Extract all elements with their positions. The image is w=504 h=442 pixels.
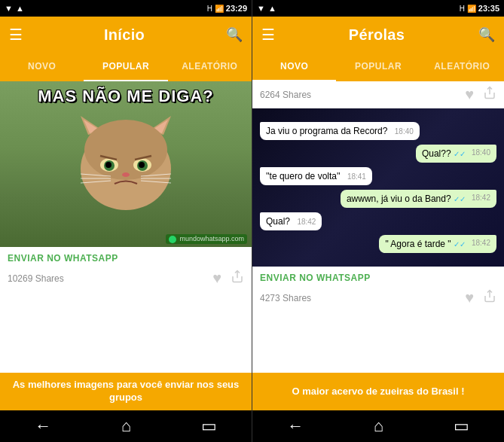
right-wifi-icon-top: ▲	[268, 4, 276, 13]
right-top-share-icon[interactable]	[483, 86, 496, 103]
tab-aleatorio-right[interactable]: ALEATÓRIO	[420, 53, 504, 81]
left-footer-actions: ♥	[212, 270, 244, 287]
left-content: MAS NÃO ME DIGA?	[0, 81, 252, 373]
right-home-nav-icon[interactable]: ⌂	[374, 416, 383, 436]
chat-bubble-sent-4: awwwn, já viu o da Band? 18:42 ✓✓	[341, 190, 496, 208]
left-time: 23:29	[226, 4, 247, 13]
msg-time-3: 18:41	[347, 172, 366, 181]
left-heart-icon[interactable]: ♥	[212, 270, 221, 287]
right-search-icon[interactable]: 🔍	[478, 26, 495, 43]
right-recent-nav-icon[interactable]: ▭	[454, 416, 469, 436]
left-banner-text: As melhores imagens para você enviar nos…	[8, 379, 244, 404]
send-whatsapp-button-left[interactable]: ENVIAR NO WHATSAPP	[0, 247, 252, 267]
meme-watermark: mundowhatsapp.com	[166, 234, 247, 244]
msg-row-6: " Agora é tarde " 18:42 ✓✓	[260, 235, 496, 253]
right-signal-icon: H	[460, 5, 465, 13]
right-app-header: ☰ Pérolas 🔍	[252, 17, 504, 53]
right-banner-text: O maior acervo de zueiras do Brasil !	[292, 386, 464, 398]
msg-text-4: awwwn, já viu o da Band?	[347, 194, 451, 204]
recent-nav-icon[interactable]: ▭	[201, 416, 217, 436]
left-status-right: H 📶 23:29	[207, 4, 247, 13]
right-app-title: Pérolas	[349, 26, 405, 44]
android-icon: ▼	[5, 4, 13, 13]
msg-text-5: Qual?	[266, 216, 290, 227]
svg-point-14	[122, 172, 130, 177]
network-icon: 📶	[215, 5, 224, 13]
right-top-actions: ♥	[465, 86, 496, 103]
cat-image	[66, 108, 186, 214]
left-shares-count: 10269 Shares	[8, 273, 64, 284]
right-time: 23:35	[478, 4, 499, 13]
chat-bubble-sent-2: Qual?? 18:40 ✓✓	[416, 145, 496, 163]
left-nav-bar: ← ⌂ ▭	[0, 410, 252, 442]
msg-time-4: 18:42	[472, 194, 490, 202]
msg-time-5: 18:42	[297, 218, 316, 226]
msg-time-2: 18:40	[472, 148, 490, 157]
right-phone-panel: ▼ ▲ H 📶 23:35 ☰ Pérolas 🔍 NOVO POPULAR A…	[252, 0, 504, 442]
right-bottom-shares: 4273 Shares	[260, 293, 311, 303]
meme-image-container: MAS NÃO ME DIGA?	[0, 81, 252, 247]
right-status-left: ▼ ▲	[257, 4, 276, 13]
right-bottom-heart-icon[interactable]: ♥	[465, 289, 474, 306]
right-bottom-banner: O maior acervo de zueiras do Brasil !	[252, 373, 504, 410]
chat-bubble-received-5: Qual? 18:42	[260, 212, 322, 230]
chat-bubble-received-1: Ja viu o programa da Record? 18:40	[260, 122, 420, 140]
msg-time-6: 18:42	[472, 239, 490, 247]
msg-check-6: ✓✓	[454, 240, 466, 248]
right-status-bar: ▼ ▲ H 📶 23:35	[252, 0, 504, 17]
right-tabs-bar: NOVO POPULAR ALEATÓRIO	[252, 53, 504, 81]
tab-aleatorio-left[interactable]: ALEATÓRIO	[168, 53, 252, 81]
right-status-right: H 📶 23:35	[460, 4, 499, 13]
chat-bubble-received-3: ''te quero de volta'' 18:41	[260, 167, 372, 185]
left-app-title: Início	[104, 26, 145, 44]
right-content: 6264 Shares ♥ Ja viu o programa da Recor…	[252, 81, 504, 373]
cat-svg	[66, 112, 186, 210]
right-back-nav-icon[interactable]: ←	[287, 416, 304, 436]
left-search-icon[interactable]: 🔍	[226, 26, 243, 43]
left-share-icon[interactable]	[231, 270, 244, 287]
back-nav-icon[interactable]: ←	[35, 416, 51, 436]
left-status-left: ▼ ▲	[5, 4, 24, 13]
svg-point-11	[139, 162, 145, 168]
left-tabs-bar: NOVO POPULAR ALEATÓRIO	[0, 53, 252, 81]
right-bottom-footer: 4273 Shares ♥	[252, 286, 504, 312]
chat-background: Ja viu o programa da Record? 18:40 Qual?…	[252, 108, 504, 267]
right-top-shares-row: 6264 Shares ♥	[252, 81, 504, 108]
send-whatsapp-button-right[interactable]: ENVIAR NO WHATSAPP	[252, 267, 504, 286]
hamburger-menu-icon[interactable]: ☰	[9, 26, 23, 44]
msg-row-2: Qual?? 18:40 ✓✓	[260, 145, 496, 163]
tab-novo-right[interactable]: NOVO	[252, 53, 336, 81]
right-bottom-actions: ♥	[465, 289, 496, 306]
left-status-bar: ▼ ▲ H 📶 23:29	[0, 0, 252, 17]
msg-time-1: 18:40	[395, 127, 414, 136]
msg-check-2: ✓✓	[454, 150, 466, 158]
msg-row-5: Qual? 18:42	[260, 212, 496, 230]
signal-icon: H	[207, 5, 212, 13]
right-top-heart-icon[interactable]: ♥	[465, 86, 474, 103]
msg-row-4: awwwn, já viu o da Band? 18:42 ✓✓	[260, 190, 496, 208]
right-header-icons: 🔍	[478, 26, 495, 43]
right-android-icon: ▼	[257, 4, 265, 13]
tab-novo-left[interactable]: NOVO	[0, 53, 84, 81]
home-nav-icon[interactable]: ⌂	[121, 416, 131, 436]
svg-point-10	[105, 162, 111, 168]
tab-popular-right[interactable]: POPULAR	[336, 53, 420, 81]
svg-point-5	[84, 120, 167, 180]
right-hamburger-icon[interactable]: ☰	[261, 26, 275, 44]
grumpy-cat-background: MAS NÃO ME DIGA?	[0, 81, 252, 247]
msg-row-3: ''te quero de volta'' 18:41	[260, 167, 496, 185]
msg-check-4: ✓✓	[454, 195, 466, 203]
meme-text: MAS NÃO ME DIGA?	[0, 81, 252, 108]
msg-text-3: ''te quero de volta''	[266, 171, 341, 181]
watermark-text: mundowhatsapp.com	[179, 235, 244, 242]
left-card-footer: 10269 Shares ♥	[0, 267, 252, 293]
left-app-header: ☰ Início 🔍	[0, 17, 252, 53]
chat-card: Ja viu o programa da Record? 18:40 Qual?…	[252, 108, 504, 267]
right-bottom-share-icon[interactable]	[483, 289, 496, 306]
tab-popular-left[interactable]: POPULAR	[84, 53, 167, 81]
left-header-icons: 🔍	[226, 26, 243, 43]
watermark-logo	[169, 236, 176, 243]
chat-bubble-sent-6: " Agora é tarde " 18:42 ✓✓	[379, 235, 496, 253]
msg-text-1: Ja viu o programa da Record?	[266, 126, 387, 136]
right-top-shares: 6264 Shares	[260, 90, 311, 100]
